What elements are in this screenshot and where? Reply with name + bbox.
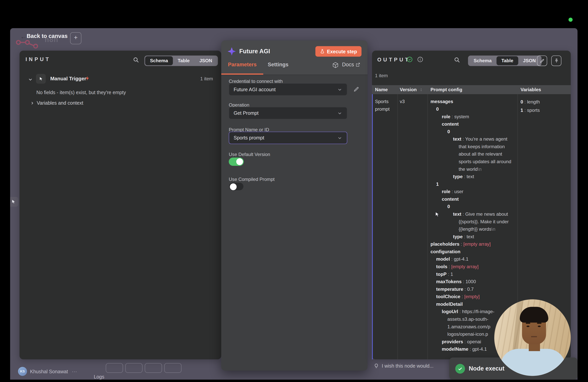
chevron-down-icon [337, 87, 342, 92]
chevron-down-icon [337, 135, 342, 140]
column-prompt-config[interactable]: Prompt config [431, 87, 462, 92]
input-panel: INPUT Schema Table JSON Manual Trigger 1… [20, 51, 221, 359]
person-brow [537, 323, 542, 324]
variables-and-context-section[interactable]: Variables and context [37, 100, 83, 106]
info-circle-icon[interactable] [417, 56, 423, 63]
tree-row: 0 [431, 128, 515, 136]
chevron-down-icon[interactable] [28, 77, 33, 82]
field-label-default-version: Use Default Version [229, 152, 270, 157]
input-panel-title: INPUT [25, 56, 51, 62]
tree-row: maxTokens : 1000 [431, 278, 515, 286]
canvas-pointer-tool[interactable] [10, 197, 18, 207]
pointer-icon [39, 76, 43, 81]
docs-link[interactable]: Docs [342, 62, 354, 67]
search-icon[interactable] [454, 57, 461, 64]
tree-row: toolChoice : [empty] [431, 293, 515, 300]
tree-row: messages [431, 98, 515, 106]
chevron-right-icon[interactable] [30, 101, 34, 106]
tree-row: modelDetail [431, 300, 515, 308]
person-eye [526, 326, 529, 327]
operation-select[interactable]: Get Prompt [229, 107, 347, 119]
tab-schema[interactable]: Schema [145, 56, 173, 65]
logs-panel-label[interactable]: Logs [94, 374, 104, 380]
tab-schema[interactable]: Schema [469, 56, 497, 65]
person-hair [520, 307, 548, 323]
cell-version: v3 [400, 98, 405, 106]
output-panel-title: OUTPUT [377, 57, 410, 63]
cell-variables: 0 : length 1 : sports [521, 98, 566, 114]
lightning-bolt-icon [85, 75, 90, 82]
search-icon[interactable] [133, 57, 140, 64]
toast-message: Node execut [469, 365, 504, 372]
use-default-version-toggle[interactable] [229, 158, 244, 166]
success-check-circle-icon [407, 56, 413, 63]
tree-row: 0 [431, 106, 515, 113]
tab-table[interactable]: Table [496, 56, 518, 65]
person-eye [538, 326, 541, 327]
mouse-cursor [434, 211, 441, 218]
lightbulb-icon [374, 363, 379, 369]
canvas-control-button[interactable] [125, 363, 143, 373]
tree-row: role : user [431, 188, 515, 195]
tree-row: content [431, 120, 515, 128]
tree-row: topP : 1 [431, 271, 515, 278]
tree-row: temperature : 0.7 [431, 286, 515, 293]
manual-trigger-node-icon[interactable] [36, 74, 46, 84]
active-tab-underline [221, 74, 263, 75]
tree-row: placeholders : [empty array] [431, 240, 515, 248]
execute-step-button[interactable]: Execute step [315, 46, 362, 57]
back-to-canvas-button[interactable]: Back to canvas [27, 33, 68, 39]
cube-icon[interactable] [332, 62, 339, 68]
tab-json[interactable]: JSON [194, 56, 217, 65]
column-name[interactable]: Name [375, 87, 388, 92]
execute-step-label: Execute step [327, 49, 357, 54]
pin-data-button[interactable] [551, 55, 561, 66]
variable-row: 1 : sports [521, 106, 566, 114]
tree-row: 1 [431, 180, 515, 188]
pin-icon [554, 58, 559, 64]
user-menu-ellipsis[interactable]: ... [72, 368, 77, 373]
canvas-control-button[interactable] [106, 363, 123, 373]
tab-settings[interactable]: Settings [268, 62, 289, 67]
table-header: Name Version Prompt config Variables [372, 85, 571, 94]
webcam-overlay [494, 299, 571, 376]
recording-indicator-dot [568, 18, 573, 22]
tab-parameters[interactable]: Parameters [228, 62, 257, 67]
tree-row: content [431, 195, 515, 203]
credential-value: Future AGI account [234, 87, 276, 92]
person-brow [526, 323, 530, 324]
column-variables[interactable]: Variables [521, 87, 541, 92]
app-window: n8n ← Back to canvas + INPUT Schema Tabl… [10, 28, 578, 380]
canvas-control-button[interactable] [164, 363, 182, 373]
field-label-compiled-prompt: Use Compiled Prompt [229, 177, 274, 182]
add-tab-button[interactable]: + [70, 32, 82, 44]
toast-success-icon [455, 364, 465, 373]
tree-row: configuration [431, 248, 515, 255]
credential-select[interactable]: Future AGI account [229, 83, 347, 96]
panel-resize-handle[interactable] [372, 85, 373, 360]
node-feedback-text: I wish this node would... [382, 363, 433, 369]
tree-row: model : gpt-4.1 [431, 255, 515, 263]
node-feedback-link[interactable]: I wish this node would... [374, 363, 434, 369]
tab-table[interactable]: Table [173, 56, 194, 65]
sort-icon[interactable] [419, 88, 423, 92]
cell-name: Sports prompt [375, 98, 395, 113]
edit-output-button[interactable] [537, 55, 547, 66]
back-arrow-icon[interactable]: ← [20, 33, 27, 41]
input-item-count: 1 item [200, 76, 213, 82]
pointer-icon [11, 199, 16, 204]
trigger-name[interactable]: Manual Trigger [50, 76, 86, 82]
toggle-knob [236, 158, 243, 165]
edit-credential-pencil-icon[interactable] [353, 86, 360, 92]
external-link-icon[interactable] [356, 62, 360, 67]
modal-header: Future AGI Execute step Parameters Setti… [221, 41, 368, 75]
column-version[interactable]: Version [400, 87, 417, 92]
user-name[interactable]: Khushal Sonawat [30, 369, 68, 374]
column-divider [398, 94, 398, 360]
use-compiled-prompt-toggle[interactable] [229, 182, 244, 191]
canvas-control-button[interactable] [145, 363, 162, 373]
pencil-icon [539, 58, 545, 64]
prompt-name-select[interactable]: Sports prompt [229, 132, 347, 144]
avatar[interactable]: KS [18, 367, 27, 376]
screen: n8n ← Back to canvas + INPUT Schema Tabl… [0, 0, 588, 382]
